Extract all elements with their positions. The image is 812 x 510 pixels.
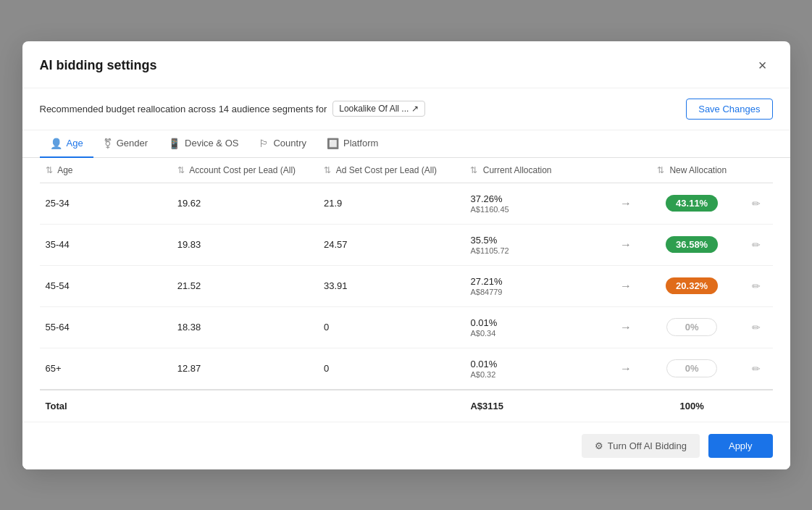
- cell-arrow-4: →: [611, 348, 640, 390]
- tab-age-label: Age: [67, 138, 83, 149]
- current-amt-0: A$1160.45: [470, 205, 605, 214]
- cell-current-0: 37.26% A$1160.45: [464, 183, 611, 224]
- new-alloc-badge-0: 43.11%: [666, 195, 718, 212]
- apply-button[interactable]: Apply: [708, 434, 773, 458]
- modal-header: AI bidding settings ×: [22, 41, 790, 88]
- turn-off-ai-bidding-button[interactable]: ⚙ Turn Off AI Bidding: [582, 434, 700, 458]
- cell-age-1: 35-44: [40, 224, 172, 265]
- cell-age-2: 45-54: [40, 265, 172, 306]
- tab-platform[interactable]: 🔲 Platform: [317, 130, 388, 158]
- edit-icon-3[interactable]: ✏: [749, 320, 763, 335]
- top-bar: Recommended budget reallocation across 1…: [22, 88, 790, 130]
- cell-arrow-2: →: [611, 265, 640, 306]
- col-header-age[interactable]: ⇅ Age: [40, 158, 172, 183]
- edit-icon-0[interactable]: ✏: [749, 196, 763, 211]
- cell-adcpl-4: 0: [318, 348, 464, 390]
- cell-edit-3[interactable]: ✏: [743, 306, 773, 348]
- sort-icon-adcpl: ⇅: [324, 165, 331, 175]
- arrow-icon-1: →: [620, 238, 632, 251]
- new-alloc-badge-2: 20.32%: [666, 277, 718, 294]
- col-acpl-label: Account Cost per Lead (All): [189, 165, 296, 175]
- current-pct-2: 27.21%: [470, 276, 605, 287]
- allocation-table: ⇅ Age ⇅ Account Cost per Lead (All) ⇅ Ad…: [40, 158, 773, 422]
- cell-edit-4[interactable]: ✏: [743, 348, 773, 390]
- cell-edit-0[interactable]: ✏: [743, 183, 773, 224]
- cell-acpl-1: 19.83: [172, 224, 318, 265]
- cell-edit-2[interactable]: ✏: [743, 265, 773, 306]
- close-button[interactable]: ×: [753, 56, 773, 76]
- cell-adcpl-3: 0: [318, 306, 464, 348]
- col-header-adcpl[interactable]: ⇅ Ad Set Cost per Lead (All): [318, 158, 464, 183]
- col-age-label: Age: [57, 165, 72, 175]
- device-tab-icon: 📱: [168, 138, 180, 149]
- tab-platform-label: Platform: [343, 138, 378, 149]
- description-text: Recommended budget reallocation across 1…: [40, 104, 327, 114]
- tab-device-label: Device & OS: [185, 138, 238, 149]
- tab-gender-label: Gender: [117, 138, 148, 149]
- age-tab-icon: 👤: [50, 138, 62, 149]
- col-current-label: Current Allocation: [483, 165, 552, 175]
- tab-country[interactable]: 🏳 Country: [248, 130, 317, 158]
- edit-icon-2[interactable]: ✏: [749, 279, 763, 293]
- cell-current-2: 27.21% A$84779: [464, 265, 611, 306]
- new-alloc-badge-1: 36.58%: [666, 236, 718, 253]
- tab-gender[interactable]: ⚧ Gender: [93, 130, 158, 158]
- cell-acpl-4: 12.87: [172, 348, 318, 390]
- current-pct-0: 37.26%: [470, 193, 605, 204]
- current-amt-2: A$84779: [470, 288, 605, 296]
- cell-arrow-1: →: [611, 224, 640, 265]
- arrow-icon-2: →: [620, 280, 632, 292]
- current-amt-3: A$0.34: [470, 329, 605, 338]
- total-adcpl-empty: [318, 390, 464, 422]
- arrow-icon-4: →: [620, 362, 632, 375]
- ai-bidding-modal: AI bidding settings × Recommended budget…: [22, 41, 790, 469]
- col-header-current[interactable]: ⇅ Current Allocation: [464, 158, 611, 183]
- table-header-row: ⇅ Age ⇅ Account Cost per Lead (All) ⇅ Ad…: [40, 158, 773, 183]
- total-edit-empty: [743, 390, 773, 422]
- col-new-label: New Allocation: [669, 165, 727, 175]
- edit-icon-1[interactable]: ✏: [749, 238, 763, 252]
- tab-age[interactable]: 👤 Age: [40, 130, 93, 158]
- col-header-arrow: [611, 158, 640, 183]
- save-changes-button[interactable]: Save Changes: [686, 99, 772, 120]
- col-header-acpl[interactable]: ⇅ Account Cost per Lead (All): [172, 158, 318, 183]
- tabs-container: 👤 Age ⚧ Gender 📱 Device & OS 🏳 Country 🔲…: [22, 130, 790, 158]
- new-alloc-badge-4: 0%: [666, 359, 717, 377]
- col-adcpl-label: Ad Set Cost per Lead (All): [336, 165, 437, 175]
- cell-new-3: 0%: [640, 306, 743, 348]
- modal-overlay: AI bidding settings × Recommended budget…: [0, 0, 812, 510]
- total-label: Total: [40, 390, 172, 422]
- gear-icon: ⚙: [595, 440, 603, 451]
- sort-icon-acpl: ⇅: [177, 165, 185, 175]
- cell-current-4: 0.01% A$0.32: [464, 348, 611, 390]
- table-row: 55-64 18.38 0 0.01% A$0.34 → 0% ✏: [40, 306, 773, 348]
- current-pct-3: 0.01%: [470, 317, 605, 328]
- arrow-icon-0: →: [620, 197, 632, 209]
- cell-current-1: 35.5% A$1105.72: [464, 224, 611, 265]
- total-new: 100%: [640, 390, 743, 422]
- top-bar-description-area: Recommended budget reallocation across 1…: [40, 101, 426, 117]
- cell-adcpl-1: 24.57: [318, 224, 464, 265]
- cell-new-0: 43.11%: [640, 183, 743, 224]
- table-total-row: Total A$3115 100%: [40, 390, 773, 422]
- current-pct-1: 35.5%: [470, 235, 605, 246]
- tab-device[interactable]: 📱 Device & OS: [158, 130, 248, 158]
- table-row: 65+ 12.87 0 0.01% A$0.32 → 0% ✏: [40, 348, 773, 390]
- country-tab-icon: 🏳: [259, 138, 269, 149]
- sort-icon-current: ⇅: [470, 165, 477, 175]
- cell-arrow-0: →: [611, 183, 640, 224]
- cell-edit-1[interactable]: ✏: [743, 224, 773, 265]
- cell-age-3: 55-64: [40, 306, 172, 348]
- lookalike-label: Lookalike Of All ...: [339, 104, 409, 114]
- modal-footer: ⚙ Turn Off AI Bidding Apply: [22, 422, 790, 469]
- cell-new-2: 20.32%: [640, 265, 743, 306]
- external-link-icon: ↗: [411, 104, 419, 114]
- table-row: 35-44 19.83 24.57 35.5% A$1105.72 → 36.5…: [40, 224, 773, 265]
- cell-acpl-3: 18.38: [172, 306, 318, 348]
- modal-title: AI bidding settings: [40, 58, 157, 73]
- cell-age-0: 25-34: [40, 183, 172, 224]
- edit-icon-4[interactable]: ✏: [749, 361, 763, 376]
- sort-icon-new: ⇅: [657, 165, 664, 175]
- lookalike-badge[interactable]: Lookalike Of All ... ↗: [332, 101, 425, 117]
- col-header-new[interactable]: ⇅ New Allocation: [640, 158, 743, 183]
